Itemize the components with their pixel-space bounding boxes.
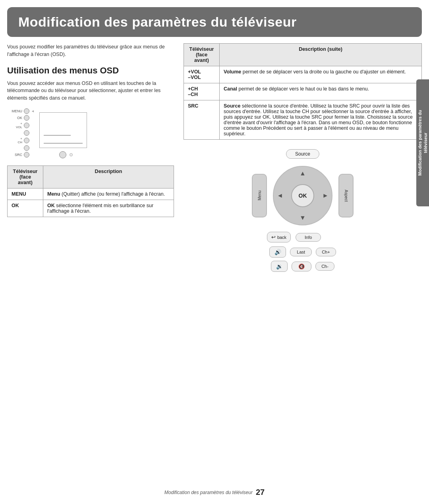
tv-btn-src: SRC [11,152,35,158]
info-button[interactable]: Info [296,233,321,242]
dpad-left-arrow[interactable]: ◄ [277,192,283,199]
left-table-key-ok: OK [8,200,43,217]
vol-up-button[interactable]: 🔊 [269,246,286,258]
left-table-header1: Téléviseur(face avant) [8,165,43,188]
dpad: ▲ ▼ ◄ ► OK [273,166,332,225]
menu-arm-label: Menu [257,190,262,200]
right-table-key-src: SRC [184,100,220,140]
tv-btn-ch-minus [11,145,35,151]
back-info-row: ↩ back Info [251,232,354,242]
left-table-val-ok: OK sélectionne l'élément mis en surbrill… [43,200,174,217]
tv-btn-src-label: SRC [11,153,22,157]
dpad-up-arrow[interactable]: ▲ [300,170,306,177]
side-tab: Modification des paramètres dutéléviseur [416,79,429,206]
ok-button-label: OK [299,192,307,199]
right-table-val-src: Source sélectionne la source d'entrée. U… [220,100,422,140]
tv-circle-lg [59,151,66,158]
table-row: SRC Source sélectionne la source d'entré… [184,100,422,140]
tv-circle-sm [70,153,73,156]
table-row: MENU Menu (Quitter) affiche (ou ferme) l… [8,188,174,200]
remote-illustration: Source Menu ▲ ▼ ◄ [184,149,422,272]
table-row: OK OK sélectionne l'élément mis en surbr… [8,200,174,217]
tv-screen-line2 [44,143,83,144]
source-button-label: Source [295,151,310,157]
tv-screen-line1 [44,135,71,136]
bottom-buttons-row1: 🔊 Last Ch+ [251,246,354,258]
left-table: Téléviseur(face avant) Description MENU … [7,165,174,217]
tv-btn-ch-plus-circle [24,138,29,143]
tv-btn-ch-plus: +CH [11,137,35,144]
right-table: Téléviseur(face avant) Description (suit… [184,43,422,140]
page-header: Modification des paramètres du téléviseu… [7,7,422,37]
tv-btn-src-circle [24,152,29,158]
page-footer: Modification des paramètres du téléviseu… [0,488,429,497]
tv-btn-vol-minus-circle [24,130,29,136]
ch-minus-button[interactable]: Ch- [315,262,334,271]
page-title: Modification des paramètres du téléviseu… [18,14,411,30]
right-table-header1: Téléviseur(face avant) [184,44,220,66]
footer-text: Modification des paramètres du téléviseu… [164,490,253,495]
aspect-arm-label: Aspect [344,190,348,202]
source-button[interactable]: Source [286,149,319,159]
right-table-key-ch: +CH–CH [184,83,220,100]
back-button-label: back [277,235,286,240]
tv-btn-ok: OK [11,115,35,121]
tv-btn-ok-label: OK [11,116,22,120]
intro-text: Vous pouvez modifier les paramètres du t… [7,43,174,58]
table-row: +CH–CH Canal permet de se déplacer vers … [184,83,422,100]
right-column: Téléviseur(face avant) Description (suit… [184,43,422,272]
last-button[interactable]: Last [290,248,312,256]
ch-minus-button-label: Ch- [321,264,329,269]
tv-btn-ok-circle [24,115,29,121]
right-table-header2: Description (suite) [220,44,422,66]
right-table-val-ch: Canal permet de se déplacer vers le haut… [220,83,422,100]
tv-btn-vol-plus-circle [24,123,29,128]
left-column: Vous pouvez modifier les paramètres du t… [7,43,174,272]
ch-plus-button-label: Ch+ [322,250,330,254]
ch-plus-button[interactable]: Ch+ [316,248,336,256]
back-arrow-icon: ↩ [271,234,276,240]
tv-btn-menu: MENU ◄ [11,108,35,114]
right-table-key-vol: +VOL–VOL [184,66,220,83]
dpad-area: Menu ▲ ▼ ◄ ► OK [251,162,354,229]
body-text: Vous pouvez accéder aux menus OSD en uti… [7,80,174,102]
side-tab-text: Modification des paramètres dutéléviseur [417,110,429,176]
ok-button[interactable]: OK [291,184,314,207]
source-button-area: Source [251,149,354,159]
dpad-down-arrow[interactable]: ▼ [300,214,306,221]
back-button[interactable]: ↩ back [267,232,291,242]
page-number: 27 [256,488,265,497]
tv-screen [39,112,87,148]
tv-btn-vol-plus: +VOL [11,122,35,129]
tv-button-list: MENU ◄ OK +VOL +CH [11,108,35,158]
info-button-label: Info [305,235,312,240]
tv-btn-ch-minus-circle [24,145,29,151]
aspect-arm: Aspect [338,174,354,217]
menu-arm: Menu [252,174,267,217]
left-table-key-menu: MENU [8,188,43,200]
table-row: +VOL–VOL Volume permet de se déplacer ve… [184,66,422,83]
mute-button[interactable]: 🔇 [292,262,311,271]
tv-btn-menu-label: MENU [11,109,22,113]
remote-control: Source Menu ▲ ▼ ◄ [251,149,354,272]
tv-btn-menu-circle [24,108,29,114]
bottom-buttons-row2: 🔉 🔇 Ch- [251,261,354,272]
section-title: Utilisation des menus OSD [7,65,174,76]
left-table-val-menu: Menu (Quitter) affiche (ou ferme) l'affi… [43,188,174,200]
tv-bottom-controls [59,151,87,158]
right-table-val-vol: Volume permet de se déplacer vers la dro… [220,66,422,83]
main-content: Vous pouvez modifier les paramètres du t… [7,37,422,272]
left-table-header2: Description [43,165,174,188]
vol-down-button[interactable]: 🔉 [271,261,288,272]
last-button-label: Last [297,250,305,254]
dpad-right-arrow[interactable]: ► [322,192,329,199]
tv-btn-vol-minus [11,130,35,136]
tv-panel-illustration: MENU ◄ OK +VOL +CH [11,108,174,158]
